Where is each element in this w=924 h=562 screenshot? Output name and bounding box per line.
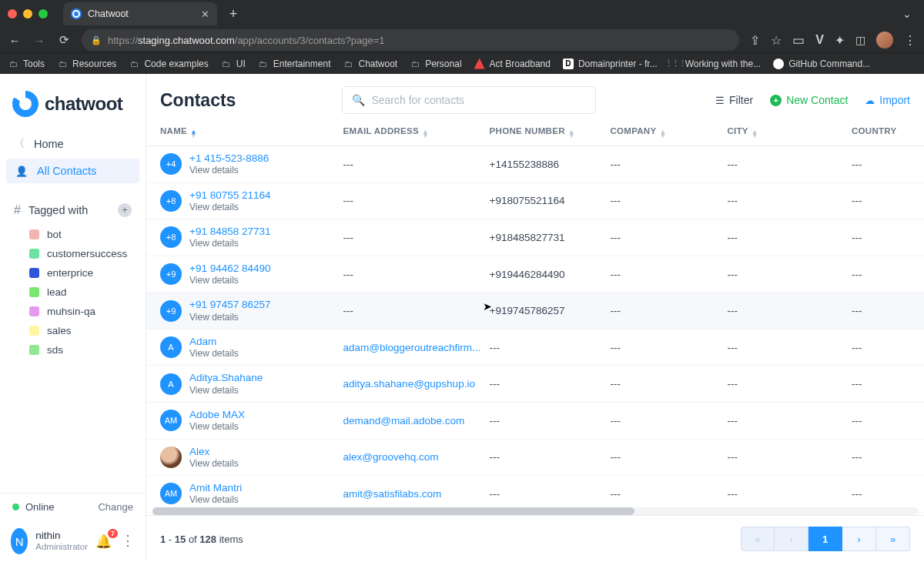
close-tab-icon[interactable]: ✕: [201, 8, 209, 20]
folder-icon: 🗀: [410, 59, 420, 69]
view-details-link[interactable]: View details: [189, 165, 269, 176]
contact-email[interactable]: demand@mail.adobe.com: [343, 415, 490, 427]
browser-tab[interactable]: Chatwoot ✕: [63, 2, 217, 25]
contact-email[interactable]: alex@groovehq.com: [343, 451, 490, 463]
notifications-bell-icon[interactable]: 🔔7: [95, 534, 112, 550]
view-details-link[interactable]: View details: [189, 312, 270, 323]
sidebar-tag-item[interactable]: enterprice: [0, 263, 146, 283]
table-row[interactable]: +9+91 97457 86257View details---+9197457…: [146, 293, 924, 330]
table-row[interactable]: +4+1 415-523-8886View details---+1415523…: [146, 146, 924, 183]
bookmark-item[interactable]: GitHub Command...: [773, 59, 870, 69]
tab-overflow-icon[interactable]: ⌄: [898, 8, 916, 20]
sidebar-home-link[interactable]: 〈 Home: [0, 131, 146, 157]
extension-v-icon[interactable]: V: [815, 33, 824, 47]
contact-avatar: +8: [160, 190, 182, 212]
bookmark-item[interactable]: 🗀UI: [221, 59, 246, 69]
bookmark-item[interactable]: 🗀Personal: [410, 59, 461, 69]
window-controls[interactable]: [8, 9, 48, 18]
table-row[interactable]: AMAdobe MAXView detailsdemand@mail.adobe…: [146, 403, 924, 440]
bookmark-item[interactable]: 🗀Chatwoot: [343, 59, 397, 69]
bookmark-item[interactable]: 🗀Resources: [57, 59, 116, 69]
new-tab-button[interactable]: +: [223, 6, 243, 22]
contact-name-link[interactable]: Adobe MAX: [189, 409, 245, 421]
page-last-button[interactable]: »: [876, 527, 910, 551]
column-header-phone[interactable]: PHONE NUMBER▲▼: [490, 126, 611, 138]
maximize-window-icon[interactable]: [38, 9, 48, 18]
user-avatar[interactable]: N: [11, 528, 28, 554]
sidebar-tag-item[interactable]: sales: [0, 321, 146, 340]
bookmark-star-icon[interactable]: ☆: [771, 33, 782, 48]
contact-name-link[interactable]: Alex: [189, 446, 239, 458]
view-details-link[interactable]: View details: [189, 385, 263, 396]
contact-name-link[interactable]: +91 97457 86257: [189, 299, 270, 311]
table-row[interactable]: +9+91 94462 84490View details---+9194462…: [146, 256, 924, 293]
page-prev-button[interactable]: ‹: [775, 527, 808, 551]
view-details-link[interactable]: View details: [189, 275, 270, 286]
contact-name-link[interactable]: Amit Mantri: [189, 482, 242, 494]
table-row[interactable]: AAdamView detailsadam@bloggeroutreachfir…: [146, 330, 924, 366]
change-status-link[interactable]: Change: [98, 501, 133, 513]
search-contacts-input[interactable]: 🔍 Search for contacts: [342, 86, 596, 114]
bookmark-item[interactable]: 🗀Entertainment: [258, 59, 331, 69]
sidebar-tag-item[interactable]: muhsin-qa: [0, 302, 146, 321]
table-row[interactable]: +8+91 80755 21164View details---+9180755…: [146, 183, 924, 220]
table-row[interactable]: AlexView detailsalex@groovehq.com-------…: [146, 440, 924, 477]
minimize-window-icon[interactable]: [23, 9, 32, 18]
column-header-company[interactable]: COMPANY▲▼: [610, 126, 727, 138]
contact-email[interactable]: amit@satisfilabs.com: [343, 488, 490, 500]
sidebar-tag-item[interactable]: sds: [0, 340, 146, 360]
sidebar-tag-item[interactable]: customersuccess: [0, 244, 146, 263]
user-menu-icon[interactable]: ⋮: [121, 538, 135, 544]
view-details-link[interactable]: View details: [189, 202, 270, 212]
table-row[interactable]: +8+91 84858 27731View details---+9184858…: [146, 219, 924, 256]
view-details-link[interactable]: View details: [189, 348, 239, 359]
sidebar-all-contacts[interactable]: 👤 All Contacts: [6, 159, 139, 183]
bookmark-item[interactable]: 🗀Code examples: [129, 59, 208, 69]
column-header-city[interactable]: CITY▲▼: [727, 126, 852, 138]
page-first-button[interactable]: «: [741, 527, 775, 551]
view-details-link[interactable]: View details: [189, 238, 270, 249]
page-next-button[interactable]: ›: [842, 527, 876, 551]
profile-avatar-icon[interactable]: [876, 32, 893, 49]
sidebar-tag-item[interactable]: lead: [0, 283, 146, 302]
bookmark-item[interactable]: 🗀Tools: [8, 59, 45, 69]
view-details-link[interactable]: View details: [189, 421, 245, 432]
extensions-puzzle-icon[interactable]: ✦: [835, 33, 845, 48]
contact-country: ---: [852, 415, 910, 427]
back-icon[interactable]: ←: [8, 34, 22, 47]
contact-name-link[interactable]: Adam: [189, 336, 239, 348]
contact-name-link[interactable]: +91 80755 21164: [189, 189, 270, 202]
new-contact-button[interactable]: + New Contact: [770, 94, 848, 106]
view-details-link[interactable]: View details: [189, 458, 239, 469]
browser-menu-icon[interactable]: ⋮: [904, 33, 916, 48]
sidebar-section-tagged: # Tagged with +: [0, 199, 146, 222]
share-icon[interactable]: ⇪: [750, 33, 760, 48]
bookmark-item[interactable]: Act Broadband: [474, 59, 551, 69]
sidebar-tag-item[interactable]: bot: [0, 225, 146, 244]
filter-button[interactable]: ☰ Filter: [715, 94, 753, 106]
import-button[interactable]: ☁ Import: [865, 94, 910, 106]
close-window-icon[interactable]: [8, 9, 17, 18]
column-header-email[interactable]: EMAIL ADDRESS▲▼: [343, 126, 490, 138]
add-tag-button[interactable]: +: [118, 203, 132, 217]
reload-icon[interactable]: ⟳: [57, 33, 71, 47]
contact-email[interactable]: aditya.shahane@gupshup.io: [343, 378, 490, 390]
reader-mode-icon[interactable]: ▭: [792, 32, 805, 49]
table-row[interactable]: AAditya.ShahaneView detailsaditya.shahan…: [146, 366, 924, 403]
contact-name-link[interactable]: +91 84858 27731: [189, 226, 270, 238]
app-logo[interactable]: chatwoot: [12, 91, 133, 117]
contact-name-link[interactable]: Aditya.Shahane: [189, 372, 263, 384]
side-panel-icon[interactable]: ◫: [855, 34, 865, 46]
contact-email[interactable]: adam@bloggeroutreachfirm...: [343, 342, 490, 353]
bookmark-item[interactable]: ⋮⋮⋮Working with the...: [670, 59, 761, 69]
scrollbar-thumb[interactable]: [152, 507, 634, 515]
column-header-name[interactable]: NAME▲▼: [160, 126, 343, 138]
column-header-country[interactable]: COUNTRY: [852, 126, 910, 138]
horizontal-scrollbar[interactable]: [152, 507, 918, 515]
contact-name-link[interactable]: +91 94462 84490: [189, 263, 270, 275]
page-current[interactable]: 1: [808, 527, 842, 551]
address-bar[interactable]: 🔒 https://staging.chatwoot.com/app/accou…: [82, 29, 739, 51]
view-details-link[interactable]: View details: [189, 494, 242, 505]
contact-name-link[interactable]: +1 415-523-8886: [189, 152, 269, 165]
bookmark-item[interactable]: DDomainprinter - fr...: [563, 59, 658, 69]
